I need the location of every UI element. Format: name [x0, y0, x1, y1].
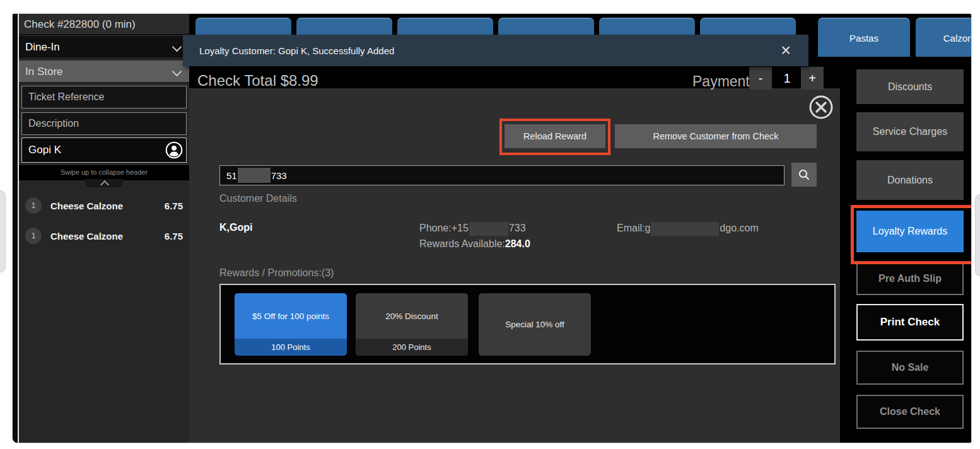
- reward-card[interactable]: Special 10% off: [479, 293, 591, 356]
- check-total-amount: $8.99: [281, 72, 318, 89]
- reward-card[interactable]: $5 Off for 100 points100 Points: [235, 293, 347, 356]
- toast-notification: Loyalty Customer: Gopi K, Successfully A…: [183, 35, 808, 66]
- description-input[interactable]: Description: [21, 112, 187, 135]
- customer-input[interactable]: Gopi K: [21, 137, 187, 163]
- check-sidebar: Check #282800 (0 min) Dine-In In Store T…: [19, 14, 189, 443]
- item-name: Cheese Calzone: [50, 231, 165, 242]
- reward-title: Special 10% off: [479, 293, 591, 356]
- customer-search-input[interactable]: 51733: [219, 165, 785, 185]
- rewards-available: Rewards Available:284.0: [419, 238, 530, 250]
- redaction: [469, 222, 508, 236]
- search-icon: [798, 168, 810, 181]
- ticket-reference-input[interactable]: Ticket Reference: [21, 86, 187, 108]
- window-left-edge: [13, 14, 19, 443]
- item-price: 6.75: [165, 201, 189, 211]
- edge-artifact-right: [975, 194, 980, 276]
- check-number-header: Check #282800 (0 min): [19, 14, 189, 35]
- reward-points: 200 Points: [356, 339, 468, 356]
- order-item-row[interactable]: 1 Cheese Calzone 6.75: [19, 221, 189, 251]
- toast-close-icon[interactable]: ×: [763, 42, 808, 59]
- customer-email: Email:gdgo.com: [617, 222, 759, 236]
- payments-count: 1: [776, 67, 798, 90]
- loyalty-panel: Reload Reward Remove Customer from Check…: [189, 88, 840, 443]
- customer-name: K,Gopi: [219, 222, 252, 233]
- chevron-up-icon: [100, 180, 109, 189]
- collapse-header-hint: Swipe up to collapse header: [19, 165, 189, 180]
- menu-tab-pastas[interactable]: Pastas: [818, 18, 910, 57]
- order-item-list: 1 Cheese Calzone 6.751 Cheese Calzone 6.…: [19, 190, 189, 251]
- edge-artifact-left: [0, 190, 6, 272]
- customer-phone: Phone:+15733: [419, 222, 526, 236]
- item-name: Cheese Calzone: [50, 201, 165, 211]
- reward-title: $5 Off for 100 points: [235, 293, 347, 339]
- pre-auth-slip-button[interactable]: Pre Auth Slip: [856, 262, 964, 295]
- close-check-button[interactable]: Close Check: [856, 395, 964, 429]
- redaction: [651, 222, 719, 236]
- check-total: Check Total $8.99: [197, 72, 318, 90]
- promotions-label: Rewards / Promotions:(3): [219, 267, 334, 279]
- collapse-header-handle[interactable]: [85, 179, 123, 187]
- redaction: [238, 168, 271, 183]
- order-type-dropdown[interactable]: Dine-In: [19, 36, 189, 59]
- search-button[interactable]: [791, 163, 817, 187]
- no-sale-button[interactable]: No Sale: [856, 351, 964, 385]
- quantity-badge: 1: [25, 197, 42, 214]
- reload-reward-button[interactable]: Reload Reward: [505, 124, 605, 148]
- pos-app-window: PastasCalzones Check #282800 (0 min) Din…: [13, 14, 971, 443]
- discounts-button[interactable]: Discounts: [856, 69, 964, 104]
- loyalty-rewards-button[interactable]: Loyalty Rewards: [856, 211, 964, 252]
- chevron-down-icon: [172, 42, 182, 52]
- person-icon[interactable]: [165, 141, 183, 159]
- rewards-list: $5 Off for 100 points100 Points20% Disco…: [219, 284, 836, 364]
- quantity-badge: 1: [25, 228, 42, 244]
- reward-points: 100 Points: [235, 339, 347, 356]
- chevron-down-icon: [172, 67, 182, 77]
- reward-card[interactable]: 20% Discount200 Points: [356, 293, 468, 356]
- item-price: 6.75: [165, 231, 189, 242]
- menu-tab-calzones[interactable]: Calzones: [916, 18, 971, 57]
- reward-title: 20% Discount: [356, 293, 468, 339]
- payments-minus-button[interactable]: -: [749, 67, 772, 90]
- remove-customer-button[interactable]: Remove Customer from Check: [615, 124, 817, 148]
- order-item-row[interactable]: 1 Cheese Calzone 6.75: [19, 190, 189, 221]
- donations-button[interactable]: Donations: [856, 160, 964, 200]
- service-charges-button[interactable]: Service Charges: [856, 112, 964, 151]
- channel-dropdown[interactable]: In Store: [19, 61, 189, 83]
- payments-label: Payments: [692, 73, 757, 90]
- customer-details-label: Customer Details: [219, 193, 297, 204]
- toast-message: Loyalty Customer: Gopi K, Successfully A…: [183, 45, 763, 56]
- print-check-button[interactable]: Print Check: [856, 304, 964, 341]
- close-panel-icon[interactable]: [807, 93, 835, 121]
- payments-plus-button[interactable]: +: [801, 67, 824, 90]
